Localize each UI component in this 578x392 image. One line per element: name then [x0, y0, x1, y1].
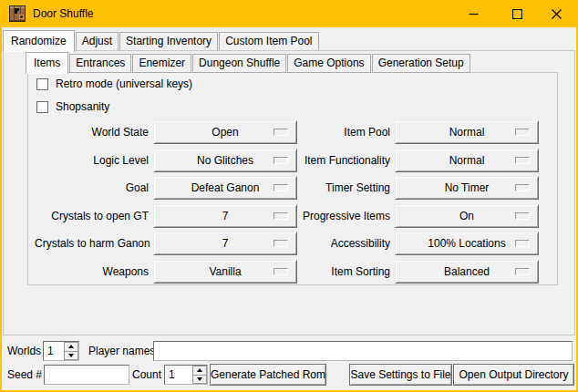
- accessibility-dropdown[interactable]: 100% Locations: [395, 232, 539, 255]
- retro-mode-checkbox[interactable]: [36, 78, 48, 90]
- crystals-ganon-label: Crystals to harm Ganon: [35, 237, 149, 250]
- seed-label: Seed #: [7, 365, 42, 385]
- item-functionality-dropdown[interactable]: Normal: [395, 149, 539, 172]
- dropdown-indicator-icon: [515, 129, 530, 136]
- item-sorting-value: Balanced: [444, 265, 490, 278]
- crystals-ganon-value: 7: [222, 237, 229, 250]
- tab-dungeon-shuffle[interactable]: Dungeon Shuffle: [192, 54, 286, 73]
- count-spinbox[interactable]: 1: [164, 365, 208, 385]
- logic-level-label: Logic Level: [35, 154, 149, 167]
- worlds-spinbox[interactable]: 1: [43, 341, 79, 361]
- minimize-icon: [469, 9, 479, 19]
- left-form: World State Open Logic Level No Glitches…: [35, 119, 297, 285]
- progressive-items-dropdown[interactable]: On: [395, 204, 539, 228]
- tab-enemizer[interactable]: Enemizer: [132, 54, 191, 73]
- seed-input[interactable]: [44, 365, 129, 385]
- world-state-value: Open: [212, 126, 238, 139]
- spin-up-icon[interactable]: [64, 342, 78, 352]
- tab-custom-item-pool[interactable]: Custom Item Pool: [219, 32, 318, 51]
- count-label: Count: [132, 365, 161, 385]
- timer-setting-dropdown[interactable]: No Timer: [395, 176, 539, 200]
- progressive-items-value: On: [459, 210, 474, 222]
- item-pool-dropdown[interactable]: Normal: [395, 120, 539, 144]
- dropdown-indicator-icon: [515, 212, 530, 220]
- player-names-label: Player names: [88, 341, 155, 361]
- tab-randomize[interactable]: Randomize: [3, 30, 75, 52]
- count-value: 1: [165, 366, 192, 384]
- app-window: Door Shuffle Randomize Adjust Starting I…: [0, 0, 578, 392]
- window-body: Randomize Adjust Starting Inventory Cust…: [2, 27, 576, 390]
- close-button[interactable]: [540, 0, 573, 27]
- item-pool-value: Normal: [449, 126, 485, 139]
- dropdown-indicator-icon: [515, 157, 530, 164]
- main-tab-bar: Randomize Adjust Starting Inventory Cust…: [3, 28, 320, 51]
- spin-up-icon[interactable]: [192, 366, 207, 376]
- shopsanity-row: Shopsanity: [36, 100, 109, 113]
- open-output-directory-button[interactable]: Open Output Directory: [453, 364, 574, 386]
- tab-entrances[interactable]: Entrances: [69, 54, 131, 73]
- dropdown-indicator-icon: [515, 184, 530, 191]
- timer-setting-label: Timer Setting: [275, 181, 390, 194]
- sub-tab-bar: Items Entrances Enemizer Dungeon Shuffle…: [26, 52, 471, 73]
- logic-level-value: No Glitches: [197, 154, 253, 167]
- item-functionality-value: Normal: [449, 154, 485, 167]
- close-icon: [552, 9, 562, 19]
- shopsanity-label: Shopsanity: [56, 100, 109, 113]
- worlds-spin-arrows: [64, 342, 78, 360]
- crystals-gt-label: Crystals to open GT: [35, 210, 149, 222]
- item-functionality-label: Item Functionality: [275, 154, 390, 167]
- tab-generation-setup[interactable]: Generation Setup: [372, 54, 470, 73]
- save-settings-button[interactable]: Save Settings to File: [349, 364, 452, 386]
- dropdown-indicator-icon: [515, 240, 530, 247]
- goal-label: Goal: [35, 181, 149, 194]
- item-sorting-label: Item Sorting: [275, 265, 390, 278]
- player-names-input[interactable]: [153, 341, 573, 361]
- maximize-button[interactable]: [501, 0, 533, 27]
- accessibility-label: Accessibility: [275, 237, 390, 250]
- tab-adjust[interactable]: Adjust: [76, 32, 119, 51]
- item-pool-label: Item Pool: [275, 126, 390, 139]
- door-icon: [9, 5, 26, 22]
- weapons-label: Weapons: [35, 265, 149, 278]
- worlds-label: Worlds: [7, 341, 41, 361]
- worlds-value: 1: [44, 342, 64, 360]
- goal-value: Defeat Ganon: [191, 181, 260, 194]
- spin-down-icon[interactable]: [64, 352, 78, 361]
- retro-mode-label: Retro mode (universal keys): [56, 77, 192, 90]
- shopsanity-checkbox[interactable]: [36, 101, 48, 113]
- titlebar[interactable]: Door Shuffle: [0, 0, 578, 27]
- right-form: Item Pool Normal Item Functionality Norm…: [275, 119, 539, 285]
- dropdown-indicator-icon: [515, 268, 530, 275]
- generate-patched-rom-button[interactable]: Generate Patched Rom: [210, 364, 326, 386]
- crystals-gt-value: 7: [222, 210, 229, 222]
- tab-starting-inventory[interactable]: Starting Inventory: [119, 32, 218, 51]
- spin-down-icon[interactable]: [192, 376, 207, 385]
- maximize-icon: [512, 9, 522, 19]
- timer-setting-value: No Timer: [445, 181, 490, 194]
- item-sorting-dropdown[interactable]: Balanced: [395, 260, 539, 284]
- retro-mode-row: Retro mode (universal keys): [36, 77, 192, 90]
- world-state-label: World State: [35, 126, 149, 139]
- progressive-items-label: Progressive Items: [275, 210, 390, 222]
- accessibility-value: 100% Locations: [428, 237, 505, 250]
- count-spin-arrows: [192, 366, 207, 384]
- minimize-button[interactable]: [457, 0, 490, 27]
- tab-game-options[interactable]: Game Options: [287, 54, 370, 73]
- window-title: Door Shuffle: [33, 7, 94, 20]
- tab-items[interactable]: Items: [26, 52, 68, 74]
- weapons-value: Vanilla: [209, 265, 241, 278]
